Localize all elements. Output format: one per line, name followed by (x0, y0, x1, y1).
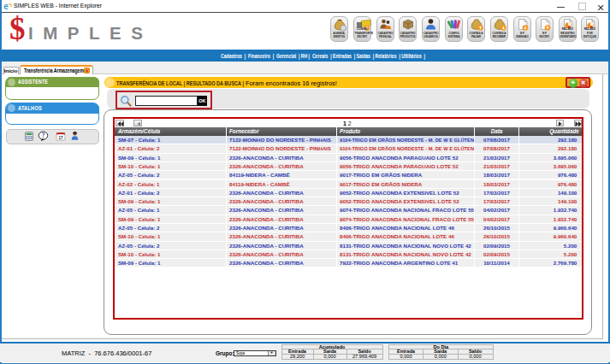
svg-text:?: ? (41, 132, 44, 139)
svg-text:e: e (3, 3, 9, 11)
svg-text:17: 17 (58, 135, 63, 139)
